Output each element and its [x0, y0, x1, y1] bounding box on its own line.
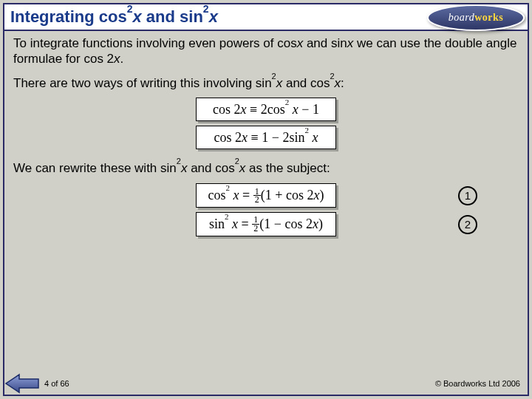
formula-row-1: cos 2x ≡ 2cos2 x − 1	[13, 98, 519, 121]
formula-box-3: cos2 x = 12(1 + cos 2x)	[196, 183, 337, 208]
p2-sup-2: 2	[330, 72, 334, 81]
equation-label-1: 1	[458, 186, 477, 205]
f4-lsup: 2	[225, 212, 229, 221]
p1-var-2: x	[347, 36, 354, 50]
title-var-2: x	[209, 8, 218, 27]
f4-eq: =	[238, 216, 252, 231]
p2-seg-e: :	[341, 75, 344, 89]
f3-close: )	[319, 188, 324, 202]
p2-var-2: x	[335, 75, 341, 89]
f3-paren: (1 + cos 2	[261, 188, 314, 202]
p3-sup-1: 2	[177, 157, 181, 166]
formula-box-2: cos 2x ≡ 1 − 2sin2 x	[196, 126, 336, 149]
f3-lsup: 2	[226, 183, 231, 192]
p3-sup-2: 2	[235, 157, 239, 166]
f3-half: 12	[253, 188, 261, 205]
p2-var-1: x	[276, 75, 283, 89]
eqlabel-1-text: 1	[465, 189, 471, 202]
title-sup-1: 2	[127, 3, 133, 15]
logo-prefix: board	[449, 12, 474, 23]
p3-seg-a: We can rewrite these with sin	[13, 161, 177, 175]
title-seg-2: and sin	[142, 8, 203, 27]
f1-lvar: x	[241, 102, 247, 117]
f3-lhs: cos	[208, 188, 226, 202]
f4-paren: (1 − cos 2	[259, 216, 313, 231]
p1-seg-g: .	[120, 52, 124, 66]
f1-eq: ≡ 2cos	[247, 102, 285, 117]
f2-eq: ≡ 1 − 2sin	[248, 130, 304, 145]
f1-sup: 2	[285, 98, 290, 106]
formula-box-1: cos 2x ≡ 2cos2 x − 1	[196, 98, 336, 121]
f3-eq: =	[239, 188, 253, 202]
formula-row-2: cos 2x ≡ 1 − 2sin2 x	[13, 126, 519, 149]
p2-seg-a: There are two ways of writing this invol…	[13, 75, 272, 89]
slide-content: To integrate functions involving even po…	[13, 35, 519, 369]
f4-pvar: x	[313, 216, 318, 231]
title-var-1: x	[132, 8, 141, 27]
f1-rvar: x	[289, 102, 299, 117]
p1-var-3: x	[114, 52, 120, 66]
paragraph-1: To integrate functions involving even po…	[13, 35, 519, 67]
copyright-text: © Boardworks Ltd 2006	[435, 379, 520, 388]
p2-sup-1: 2	[272, 72, 276, 81]
brand-logo: boardworks	[424, 1, 528, 34]
logo-suffix: works	[474, 12, 503, 23]
f1-lhs: cos 2	[213, 102, 241, 117]
paragraph-3: We can rewrite these with sin2x and cos2…	[13, 160, 519, 176]
footer: 4 of 66 © Boardworks Ltd 2006	[4, 372, 528, 395]
f3-half-d: 2	[253, 196, 261, 204]
formula-row-4: sin2 x = 12(1 − cos 2x) 2	[13, 212, 519, 236]
p1-seg-c: and sin	[303, 36, 347, 50]
f2-lhs: cos 2	[214, 130, 242, 145]
f4-close: )	[318, 216, 323, 231]
slide-title: Integrating cos2x and sin2x	[10, 7, 218, 27]
formula-row-3: cos2 x = 12(1 + cos 2x) 1	[13, 183, 519, 208]
f2-sup: 2	[304, 126, 309, 134]
f4-lhs: sin	[209, 216, 225, 231]
prev-slide-button[interactable]	[4, 373, 40, 394]
formula-box-4: sin2 x = 12(1 − cos 2x)	[196, 212, 336, 236]
p2-seg-c: and cos	[282, 75, 330, 89]
p1-var-1: x	[297, 36, 304, 50]
f1-tail: − 1	[299, 102, 319, 117]
f4-half-d: 2	[252, 225, 259, 233]
f4-lvar: x	[229, 216, 239, 231]
f4-half: 12	[252, 216, 259, 233]
p3-seg-e: as the subject:	[245, 161, 330, 175]
title-sup-2: 2	[203, 3, 209, 15]
eqlabel-2-text: 2	[465, 218, 471, 231]
f2-lvar: x	[242, 130, 248, 145]
title-seg-1: Integrating cos	[10, 8, 127, 27]
equation-label-2: 2	[458, 215, 477, 234]
logo-text: boardworks	[449, 12, 504, 24]
p1-seg-a: To integrate functions involving even po…	[13, 36, 297, 50]
p3-seg-c: and cos	[187, 161, 234, 175]
arrow-left-icon	[4, 373, 40, 394]
f3-lvar: x	[230, 188, 239, 202]
f2-rvar: x	[309, 130, 318, 145]
page-indicator: 4 of 66	[44, 379, 69, 388]
paragraph-2: There are two ways of writing this invol…	[13, 75, 519, 91]
